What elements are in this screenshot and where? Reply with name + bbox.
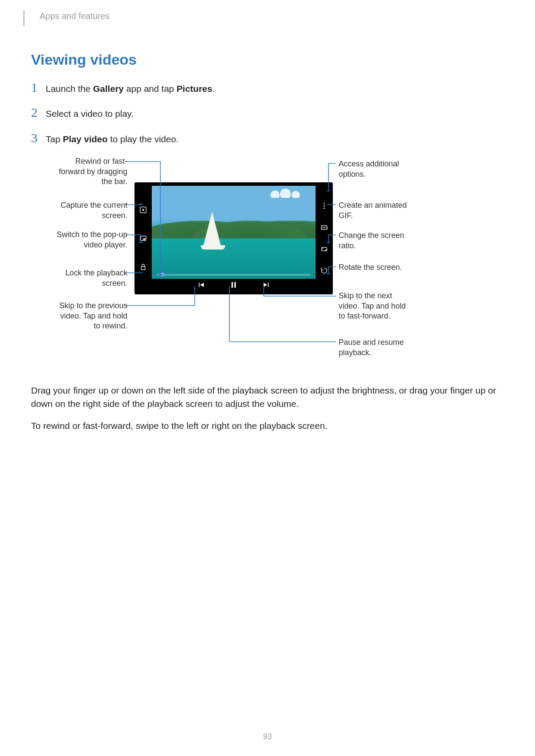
text: app and tap <box>124 84 177 94</box>
svg-point-7 <box>324 208 325 209</box>
step-number: 1 <box>31 81 46 94</box>
svg-rect-14 <box>235 282 236 288</box>
capture-icon[interactable] <box>139 206 147 214</box>
text: to play the video. <box>108 134 179 144</box>
callout-options: Access additional options. <box>339 159 412 179</box>
boat-sail-graphic <box>203 212 221 245</box>
gif-icon[interactable] <box>320 224 328 231</box>
svg-rect-10 <box>324 227 325 228</box>
svg-point-1 <box>142 209 144 211</box>
steps-list: 1 Launch the Gallery app and tap Picture… <box>31 81 504 145</box>
boat-hull-graphic <box>201 245 225 250</box>
callout-next: Skip to the next video. Tap and hold to … <box>339 291 412 321</box>
callout-pause: Pause and resume playback. <box>339 337 412 358</box>
skip-next-icon[interactable] <box>262 281 271 291</box>
callout-lock: Lock the playback screen. <box>54 268 128 288</box>
callout-rotate: Rotate the screen. <box>339 262 412 272</box>
cloud-graphic <box>268 188 303 198</box>
callout-popup: Switch to the pop-up video player. <box>54 230 128 250</box>
callout-prev: Skip to the previous video. Tap and hold… <box>54 301 128 331</box>
player-bottom-controls <box>135 277 333 294</box>
text: . <box>212 84 215 94</box>
video-frame <box>152 186 316 279</box>
svg-rect-3 <box>143 238 145 240</box>
manual-page: Apps and features Viewing videos 1 Launc… <box>0 0 535 756</box>
svg-rect-4 <box>141 266 145 270</box>
bold: Pictures <box>177 84 213 94</box>
step-text: Launch the Gallery app and tap Pictures. <box>46 82 215 95</box>
bold: Play video <box>63 134 108 144</box>
paragraph-swipe: To rewind or fast-forward, swipe to the … <box>31 419 504 432</box>
step-text: Tap Play video to play the video. <box>46 133 178 145</box>
island-graphic <box>152 208 316 238</box>
header-divider <box>23 10 25 26</box>
svg-rect-11 <box>325 227 326 228</box>
svg-point-5 <box>324 203 325 204</box>
svg-rect-9 <box>322 227 323 228</box>
video-player <box>135 182 333 294</box>
page-number: 93 <box>0 732 535 741</box>
step-2: 2 Select a video to play. <box>31 106 504 120</box>
callout-rewind-bar: Rewind or fast-forward by dragging the b… <box>54 156 128 187</box>
ratio-icon[interactable] <box>320 245 328 253</box>
callout-gif: Create an animated GIF. <box>339 200 412 221</box>
paragraph-brightness-volume: Drag your finger up or down on the left … <box>31 384 504 410</box>
step-3: 3 Tap Play video to play the video. <box>31 131 504 145</box>
more-options-icon[interactable] <box>320 202 328 210</box>
lock-icon[interactable] <box>139 263 147 271</box>
bold: Gallery <box>93 84 124 94</box>
text: Tap <box>46 134 63 144</box>
callout-ratio: Change the screen ratio. <box>339 231 412 251</box>
pause-icon[interactable] <box>229 280 238 292</box>
page-title: Viewing videos <box>31 51 504 68</box>
seek-bar[interactable] <box>157 274 310 275</box>
step-text: Select a video to play. <box>46 107 134 120</box>
player-diagram: Rewind or fast-forward by dragging the b… <box>31 156 504 381</box>
section-header: Apps and features <box>40 11 504 21</box>
callout-capture: Capture the current screen. <box>54 200 128 221</box>
popup-icon[interactable] <box>139 234 147 242</box>
svg-point-6 <box>324 206 325 207</box>
svg-rect-13 <box>232 282 233 288</box>
rotate-icon[interactable] <box>320 267 328 275</box>
step-number: 2 <box>31 106 46 119</box>
text: Launch the <box>46 84 93 94</box>
step-number: 3 <box>31 131 46 144</box>
skip-previous-icon[interactable] <box>197 281 205 291</box>
step-1: 1 Launch the Gallery app and tap Picture… <box>31 81 504 95</box>
